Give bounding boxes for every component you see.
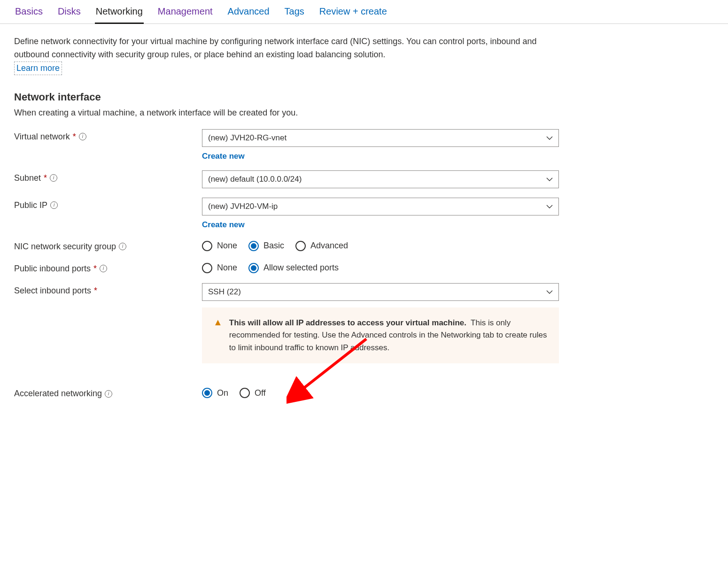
info-icon[interactable]: i [105, 390, 112, 398]
chevron-down-icon [546, 203, 553, 210]
row-select-inbound-ports: Select inbound ports * SSH (22) ▲ This w… [14, 283, 559, 363]
label-text: Subnet [14, 173, 41, 183]
virtual-network-dropdown[interactable]: (new) JVH20-RG-vnet [202, 129, 559, 147]
tab-basics[interactable]: Basics [14, 3, 44, 24]
info-icon[interactable]: i [50, 174, 57, 182]
warning-bold: This will allow all IP addresses to acce… [229, 318, 466, 327]
required-marker: * [73, 132, 76, 142]
accel-net-radio-off[interactable]: Off [240, 388, 266, 398]
label-text: Accelerated networking [14, 389, 102, 399]
select-inbound-ports-dropdown[interactable]: SSH (22) [202, 283, 559, 301]
content: Define network connectivity for your vir… [0, 24, 573, 419]
tab-management[interactable]: Management [157, 3, 214, 24]
public-ip-dropdown[interactable]: (new) JVH20-VM-ip [202, 198, 559, 215]
required-marker: * [93, 264, 97, 274]
required-marker: * [44, 173, 47, 183]
radio-label: Allow selected ports [263, 263, 339, 273]
intro-body: Define network connectivity for your vir… [14, 37, 537, 59]
intro-text: Define network connectivity for your vir… [14, 35, 559, 61]
create-new-public-ip-link[interactable]: Create new [202, 220, 245, 230]
label-text: Public IP [14, 200, 47, 210]
radio-label: On [217, 388, 228, 398]
tab-review-create[interactable]: Review + create [318, 3, 388, 24]
radio-label: Basic [263, 241, 284, 251]
label-inbound-ports: Public inbound ports * i [14, 261, 202, 274]
section-subtitle: When creating a virtual machine, a netwo… [14, 108, 559, 118]
label-public-ip: Public IP i [14, 198, 202, 210]
subnet-dropdown[interactable]: (new) default (10.0.0.0/24) [202, 170, 559, 188]
dropdown-value: (new) default (10.0.0.0/24) [208, 175, 302, 184]
label-text: Select inbound ports [14, 286, 91, 296]
required-marker: * [94, 286, 97, 296]
info-icon[interactable]: i [100, 265, 107, 272]
radio-label: Advanced [310, 241, 348, 251]
warning-icon: ▲ [213, 317, 223, 354]
info-icon[interactable]: i [79, 133, 86, 140]
label-virtual-network: Virtual network * i [14, 129, 202, 142]
dropdown-value: SSH (22) [208, 287, 241, 297]
row-subnet: Subnet * i (new) default (10.0.0.0/24) [14, 170, 559, 188]
nsg-radio-advanced[interactable]: Advanced [295, 241, 348, 251]
label-text: NIC network security group [14, 242, 116, 252]
tab-networking[interactable]: Networking [95, 3, 144, 24]
chevron-down-icon [546, 288, 553, 296]
tab-advanced[interactable]: Advanced [227, 3, 271, 24]
learn-more-link[interactable]: Learn more [14, 61, 62, 75]
warning-text: This will allow all IP addresses to acce… [229, 317, 548, 354]
port-warning: ▲ This will allow all IP addresses to ac… [202, 307, 559, 363]
label-subnet: Subnet * i [14, 170, 202, 183]
section-title: Network interface [14, 91, 559, 103]
tab-tags[interactable]: Tags [284, 3, 305, 24]
dropdown-value: (new) JVH20-VM-ip [208, 202, 278, 211]
info-icon[interactable]: i [50, 201, 58, 209]
row-public-ip: Public IP i (new) JVH20-VM-ip Create new [14, 198, 559, 230]
row-virtual-network: Virtual network * i (new) JVH20-RG-vnet … [14, 129, 559, 161]
create-new-vnet-link[interactable]: Create new [202, 152, 245, 161]
wizard-tabs: Basics Disks Networking Management Advan… [0, 0, 728, 24]
row-accelerated-networking: Accelerated networking i On Off [14, 386, 559, 399]
label-text: Virtual network [14, 132, 70, 142]
radio-label: Off [255, 388, 266, 398]
inbound-radio-allow-selected[interactable]: Allow selected ports [248, 263, 339, 273]
radio-label: None [217, 241, 237, 251]
nsg-radio-basic[interactable]: Basic [248, 241, 284, 251]
dropdown-value: (new) JVH20-RG-vnet [208, 133, 287, 143]
inbound-radio-none[interactable]: None [202, 263, 237, 273]
chevron-down-icon [546, 134, 553, 142]
chevron-down-icon [546, 176, 553, 183]
label-text: Public inbound ports [14, 264, 91, 274]
radio-label: None [217, 263, 237, 273]
accel-net-radio-on[interactable]: On [202, 388, 228, 398]
nsg-radio-none[interactable]: None [202, 241, 237, 251]
label-accelerated-networking: Accelerated networking i [14, 386, 202, 399]
tab-disks[interactable]: Disks [57, 3, 82, 24]
row-inbound-ports: Public inbound ports * i None Allow sele… [14, 261, 559, 274]
label-nsg: NIC network security group i [14, 239, 202, 252]
label-select-inbound-ports: Select inbound ports * [14, 283, 202, 296]
info-icon[interactable]: i [119, 243, 126, 250]
row-nsg: NIC network security group i None Basic … [14, 239, 559, 252]
